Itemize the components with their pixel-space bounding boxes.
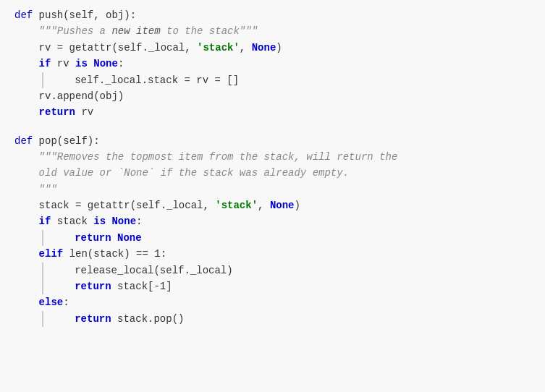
pop-docstring-2: old value or `None` if the stack was alr… — [14, 165, 349, 181]
code-block: def push(self, obj): """Pushes a new ite… — [0, 7, 545, 327]
pop-stack-assign: stack = getattr(self._local, — [14, 197, 215, 213]
pop-none-val: None — [270, 197, 295, 213]
line-push-return: return rv — [14, 104, 531, 120]
push-if-rv: rv — [57, 56, 75, 72]
pop-none-check: None — [111, 213, 136, 229]
keyword-is-pop: is — [93, 213, 111, 229]
code-container: def push(self, obj): """Pushes a new ite… — [0, 0, 545, 392]
keyword-return-pop-none: return — [75, 230, 117, 246]
pop-stack-str: 'stack' — [215, 197, 258, 213]
line-pop-doc2: old value or `None` if the stack was alr… — [14, 165, 531, 181]
push-stack-str: 'stack' — [197, 40, 240, 56]
line-pop-return-none: return None — [14, 230, 531, 246]
push-none-check: None — [93, 56, 118, 72]
keyword-return-push: return — [39, 104, 75, 120]
keyword-return-pop-final: return — [75, 311, 117, 327]
func-name-pop: pop — [39, 133, 57, 149]
line-pop-return-stack: return stack[-1] — [14, 278, 531, 294]
push-return-rv: rv — [75, 104, 93, 120]
line-push-assign: self._local.stack = rv = [] — [14, 72, 531, 88]
pop-docstring-1: """Removes the topmost item from the sta… — [14, 149, 397, 165]
pop-args: (self): — [57, 133, 100, 149]
keyword-if-pop: if — [39, 213, 57, 229]
line-pop-return-pop: return stack.pop() — [14, 311, 531, 327]
keyword-return-pop-stack: return — [75, 278, 117, 294]
push-none-val: None — [252, 40, 276, 56]
line-push-rv: rv = getattr(self._local, 'stack', None) — [14, 40, 531, 56]
line-push-docstring: """Pushes a new item to the stack""" — [14, 23, 531, 39]
line-push-def: def push(self, obj): — [14, 7, 531, 23]
indent-bar-pop-1 — [42, 230, 43, 246]
line-pop-stack: stack = getattr(self._local, 'stack', No… — [14, 197, 531, 213]
empty-line-1 — [14, 121, 531, 133]
push-rv-assign: rv = getattr(self._local, — [14, 40, 197, 56]
push-docstring: """Pushes a new item to the stack""" — [14, 23, 258, 39]
line-pop-else: else: — [14, 294, 531, 310]
indent-bar-pop-2 — [42, 263, 43, 278]
indent-bar-pop-3 — [42, 278, 43, 294]
push-self-assign: self._local.stack = rv = [] — [51, 72, 239, 88]
keyword-def: def — [14, 7, 39, 23]
push-if-indent — [14, 56, 39, 72]
line-pop-doc3: """ — [14, 182, 531, 197]
keyword-if-push: if — [39, 56, 57, 72]
line-push-if: if rv is None: — [14, 56, 531, 72]
pop-docstring-3: """ — [14, 182, 57, 197]
func-name-push: push — [39, 7, 64, 23]
push-args: (self, obj): — [63, 7, 136, 23]
indent-bar-push — [42, 72, 43, 88]
push-return-indent — [14, 104, 39, 120]
line-pop-if-none: if stack is None: — [14, 213, 531, 229]
indent-bar-pop-4 — [42, 311, 43, 327]
keyword-elif-pop: elif — [39, 246, 69, 262]
line-pop-def: def pop(self): — [14, 133, 531, 149]
push-append: rv.append(obj) — [14, 88, 124, 104]
line-pop-release: release_local(self._local) — [14, 263, 531, 278]
line-push-append: rv.append(obj) — [14, 88, 531, 104]
line-pop-elif: elif len(stack) == 1: — [14, 246, 531, 262]
keyword-def-pop: def — [14, 133, 39, 149]
pop-return-none-val: None — [117, 230, 142, 246]
line-pop-doc1: """Removes the topmost item from the sta… — [14, 149, 531, 165]
keyword-is-push: is — [75, 56, 93, 72]
keyword-else-pop: else — [39, 294, 64, 310]
push-rv-none: , — [240, 40, 252, 56]
